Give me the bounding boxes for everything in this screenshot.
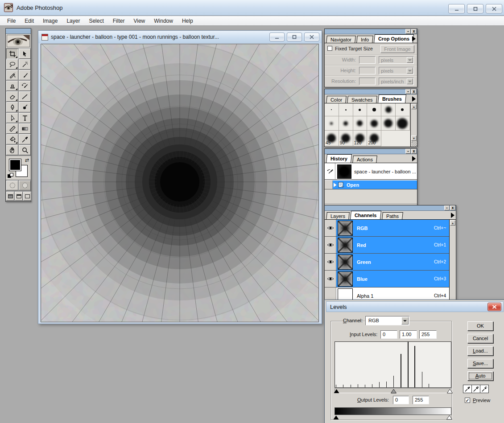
fullscreen-with-menu-button[interactable] — [15, 192, 23, 201]
history-state-open[interactable]: Open — [325, 180, 417, 189]
menu-filter[interactable]: Filter — [108, 16, 129, 26]
tab-color[interactable]: Color — [326, 96, 347, 103]
output-slider-track[interactable] — [335, 415, 451, 420]
brush-preset[interactable] — [396, 103, 410, 116]
cancel-button[interactable]: Cancel — [467, 334, 493, 343]
input-white-field[interactable]: 255 — [419, 330, 437, 339]
foreground-color-swatch[interactable] — [9, 159, 21, 171]
input-black-slider[interactable] — [334, 389, 339, 394]
input-black-field[interactable]: 0 — [380, 330, 397, 339]
width-unit-select[interactable]: pixels — [379, 56, 414, 64]
brush-preset[interactable] — [381, 116, 396, 131]
gray-point-eyedropper-button[interactable] — [471, 385, 480, 393]
tool-line[interactable] — [19, 91, 31, 102]
tool-direct-selection[interactable] — [6, 113, 18, 123]
scroll-down-icon[interactable]: ▼ — [411, 136, 417, 141]
tab-crop-options[interactable]: Crop Options — [374, 34, 414, 43]
history-brush-source-well[interactable] — [325, 163, 335, 179]
history-snapshot-row[interactable]: space - launcher - balloon ... — [325, 163, 417, 180]
palette-close-icon[interactable]: x — [411, 149, 417, 154]
height-unit-select[interactable]: pixels — [379, 67, 414, 74]
tool-focus[interactable] — [19, 102, 31, 112]
palette-minimize-icon[interactable]: - — [405, 29, 411, 34]
close-button[interactable] — [486, 4, 502, 13]
resolution-unit-select[interactable]: pixels/inch — [379, 78, 414, 85]
menu-image[interactable]: Image — [38, 16, 62, 26]
tab-info[interactable]: Info — [356, 36, 373, 43]
quick-mask-mode-button[interactable] — [19, 181, 31, 190]
visibility-toggle[interactable] — [325, 271, 336, 287]
input-white-slider[interactable] — [447, 389, 453, 394]
palette-titlebar[interactable]: - x — [325, 205, 456, 211]
tool-pen[interactable] — [6, 102, 18, 112]
tool-gradient[interactable] — [19, 123, 31, 134]
ok-button[interactable]: OK — [467, 321, 493, 331]
visibility-toggle[interactable] — [325, 220, 336, 236]
brush-preset[interactable] — [381, 103, 396, 116]
standard-mode-button[interactable] — [6, 181, 18, 190]
brush-preset[interactable]: 200 — [367, 131, 381, 146]
dropdown-arrow-icon[interactable] — [407, 68, 413, 74]
scroll-up-icon[interactable]: ▲ — [411, 104, 417, 109]
input-gamma-slider[interactable] — [391, 389, 397, 394]
visibility-toggle[interactable] — [325, 237, 336, 253]
tool-rubber-stamp[interactable] — [6, 81, 18, 91]
brush-preset[interactable] — [325, 116, 339, 131]
palette-close-icon[interactable]: x — [411, 89, 417, 94]
tool-eyedropper[interactable] — [19, 134, 31, 144]
brush-preset[interactable] — [339, 116, 353, 131]
output-white-field[interactable]: 255 — [413, 396, 429, 404]
preview-checkbox[interactable]: ✓ — [465, 398, 470, 403]
doc-maximize-button[interactable] — [287, 33, 302, 41]
levels-close-button[interactable] — [487, 303, 501, 311]
output-black-field[interactable]: 0 — [393, 396, 409, 404]
channel-select[interactable]: RGB — [365, 316, 409, 325]
tool-hand[interactable] — [6, 145, 18, 155]
palette-menu-icon[interactable] — [412, 96, 416, 102]
brush-preset[interactable] — [367, 116, 381, 131]
brush-preset[interactable] — [353, 103, 368, 116]
channel-row-blue[interactable]: Blue Ctrl+3 — [325, 271, 456, 287]
black-point-eyedropper-button[interactable] — [463, 385, 472, 393]
palette-menu-icon[interactable] — [451, 213, 454, 218]
brushes-scrollbar[interactable]: ▲ ▼ — [410, 103, 417, 147]
minimize-button[interactable] — [448, 4, 465, 13]
menu-window[interactable]: Window — [149, 16, 178, 26]
channel-row-green[interactable]: Green Ctrl+2 — [325, 254, 456, 271]
tool-eraser[interactable] — [6, 91, 18, 102]
palette-minimize-icon[interactable]: - — [405, 149, 411, 154]
white-point-eyedropper-button[interactable] — [480, 385, 489, 393]
history-source-well[interactable] — [325, 181, 333, 189]
output-white-slider[interactable] — [446, 415, 452, 420]
brush-preset[interactable] — [339, 103, 353, 116]
app-titlebar[interactable]: Adobe Photoshop — [0, 0, 504, 16]
tab-paths[interactable]: Paths — [382, 212, 403, 219]
tool-move[interactable] — [19, 49, 31, 59]
palette-menu-icon[interactable] — [412, 156, 416, 161]
resize-grip[interactable] — [412, 141, 417, 147]
tool-zoom[interactable] — [19, 145, 31, 155]
palette-minimize-icon[interactable]: - — [444, 205, 450, 210]
swap-colors-icon[interactable]: ⇄ — [25, 157, 29, 163]
channel-row-red[interactable]: Red Ctrl+1 — [325, 237, 456, 254]
tab-brushes[interactable]: Brushes — [378, 94, 406, 103]
input-slider-track[interactable] — [335, 388, 451, 393]
brush-preset[interactable] — [367, 103, 381, 116]
menu-edit[interactable]: Edit — [20, 16, 38, 26]
menu-help[interactable]: Help — [178, 16, 198, 26]
height-field[interactable] — [359, 67, 376, 74]
menu-view[interactable]: View — [129, 16, 149, 26]
scroll-up-icon[interactable]: ▲ — [450, 220, 455, 226]
tool-paintbrush[interactable] — [19, 70, 31, 80]
default-colors-icon[interactable] — [8, 173, 13, 178]
palette-close-icon[interactable]: x — [411, 29, 417, 34]
toolbox-titlebar[interactable] — [6, 29, 31, 34]
brush-preset[interactable]: 90 — [339, 131, 353, 146]
palette-menu-icon[interactable] — [412, 36, 416, 41]
tab-channels[interactable]: Channels — [350, 211, 381, 219]
brush-preset[interactable] — [353, 116, 368, 131]
menu-select[interactable]: Select — [84, 16, 108, 26]
channel-row-rgb[interactable]: RGB Ctrl+~ — [325, 220, 456, 237]
document-titlebar[interactable]: space - launcher - balloon - type 001 - … — [38, 31, 322, 43]
save-button[interactable]: Save... — [467, 359, 493, 368]
